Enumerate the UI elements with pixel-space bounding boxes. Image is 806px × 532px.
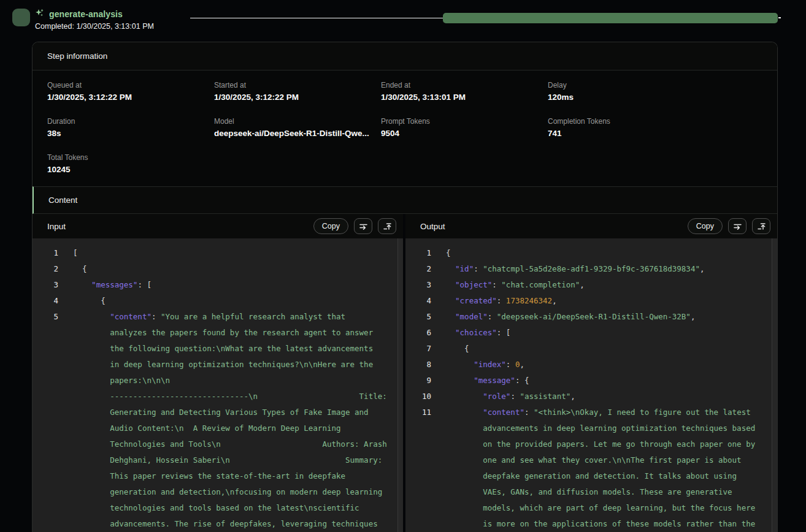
code-line: advancements in deep learning optimizati… bbox=[415, 420, 770, 436]
code-line: generation and detection,\nfocusing on m… bbox=[42, 484, 396, 500]
content-section-title: Content bbox=[48, 196, 77, 205]
output-scrollbar[interactable] bbox=[772, 238, 777, 532]
line-number bbox=[415, 500, 431, 516]
step-information-grid: Queued at 1/30/2025, 3:12:22 PM Started … bbox=[33, 70, 777, 186]
output-copy-button[interactable]: Copy bbox=[688, 218, 723, 234]
output-code-editor[interactable]: 1{2 "id": "chatcmpl-5a5d2e8e-adf1-9329-b… bbox=[405, 238, 777, 532]
field-value: 38s bbox=[47, 129, 214, 138]
line-number: 6 bbox=[415, 325, 431, 341]
line-number: 2 bbox=[415, 261, 431, 277]
timeline-track bbox=[190, 18, 443, 18]
code-line: VAEs, GANs, and diffusion models. These … bbox=[415, 484, 770, 500]
code-line: Generating and Detecting Various Types o… bbox=[42, 405, 396, 420]
field-prompt-tokens: Prompt Tokens 9504 bbox=[381, 117, 548, 138]
wrap-text-icon bbox=[733, 222, 742, 231]
timeline-span-bar[interactable] bbox=[443, 13, 778, 23]
step-information-title: Step information bbox=[47, 51, 107, 61]
input-code-editor[interactable]: 1[2 {3 "messages": [4 {5 "content": "You… bbox=[33, 238, 403, 532]
line-number: 4 bbox=[415, 293, 431, 309]
trace-step-header: generate-analysis Completed: 1/30/2025, … bbox=[0, 0, 806, 37]
output-panel-title: Output bbox=[420, 222, 445, 231]
code-line: one and see what they cover.\n\nThe firs… bbox=[415, 452, 770, 468]
line-number: 10 bbox=[415, 389, 431, 405]
line-number bbox=[42, 357, 58, 373]
line-number: 9 bbox=[415, 373, 431, 389]
code-line: models, which are part of deep learning,… bbox=[415, 500, 770, 516]
field-delay: Delay 120ms bbox=[548, 81, 715, 102]
output-wrap-lines-button[interactable] bbox=[728, 218, 747, 234]
field-total-tokens: Total Tokens 10245 bbox=[47, 153, 214, 174]
line-number bbox=[42, 389, 58, 405]
field-label: Started at bbox=[214, 81, 381, 89]
field-value: 1/30/2025, 3:12:22 PM bbox=[214, 93, 381, 102]
code-line: ------------------------------\n Title: bbox=[42, 389, 396, 405]
input-copy-button[interactable]: Copy bbox=[313, 218, 348, 234]
line-number: 2 bbox=[42, 261, 58, 277]
line-number bbox=[415, 436, 431, 452]
line-number: 1 bbox=[415, 245, 431, 261]
line-number: 5 bbox=[42, 309, 58, 325]
code-line: Dehghani, Hossein Saberi\n Summary: bbox=[42, 452, 396, 468]
input-wrap-lines-button[interactable] bbox=[354, 218, 372, 234]
line-number: 1 bbox=[42, 245, 58, 261]
line-number: 3 bbox=[415, 277, 431, 293]
field-label: Completion Tokens bbox=[548, 117, 715, 126]
code-line: 1{ bbox=[415, 245, 770, 261]
line-number bbox=[415, 516, 431, 532]
line-number bbox=[415, 468, 431, 484]
input-panel: Input Copy 1[2 { bbox=[33, 214, 403, 532]
field-label: Total Tokens bbox=[47, 153, 214, 162]
step-information-header: Step information bbox=[33, 42, 777, 70]
line-number bbox=[415, 420, 431, 436]
field-ended-at: Ended at 1/30/2025, 3:13:01 PM bbox=[381, 81, 548, 102]
code-line: 10 "role": "assistant", bbox=[415, 389, 770, 405]
field-value: 120ms bbox=[548, 93, 715, 102]
output-scroll-top-button[interactable] bbox=[752, 218, 770, 234]
code-line: 3 "object": "chat.completion", bbox=[415, 277, 770, 293]
input-panel-header: Input Copy bbox=[33, 214, 403, 238]
input-scroll-top-button[interactable] bbox=[378, 218, 396, 234]
code-line: on the provided papers. Let me go throug… bbox=[415, 436, 770, 452]
field-label: Duration bbox=[47, 117, 214, 126]
scroll-to-top-icon bbox=[757, 222, 766, 231]
field-label: Prompt Tokens bbox=[381, 117, 548, 126]
sparkles-icon bbox=[35, 8, 45, 20]
code-line: 7 { bbox=[415, 341, 770, 357]
field-label: Queued at bbox=[47, 81, 214, 89]
field-value: 9504 bbox=[381, 129, 548, 138]
code-line: 2 { bbox=[42, 261, 396, 277]
code-line: 2 "id": "chatcmpl-5a5d2e8e-adf1-9329-bf9… bbox=[415, 261, 770, 277]
line-number: 3 bbox=[42, 277, 58, 293]
output-panel-header: Output Copy bbox=[405, 214, 777, 238]
code-line: papers:\n\n\n bbox=[42, 373, 396, 389]
line-number bbox=[42, 420, 58, 436]
content-section-header[interactable]: Content bbox=[33, 186, 777, 214]
line-number bbox=[42, 373, 58, 389]
collapse-step-button[interactable] bbox=[12, 9, 30, 26]
code-line: 4 "created": 1738246342, bbox=[415, 293, 770, 309]
line-number bbox=[42, 452, 58, 468]
code-line: technologies and tools based on the late… bbox=[42, 500, 396, 516]
line-number bbox=[415, 452, 431, 468]
code-line: analyzes the papers found by the researc… bbox=[42, 325, 396, 341]
field-label: Model bbox=[214, 117, 381, 126]
code-line: 5 "content": "You are a helpful research… bbox=[42, 309, 396, 325]
input-scrollbar[interactable] bbox=[397, 238, 403, 532]
code-line: the following question:\nWhat are the la… bbox=[42, 341, 396, 357]
line-number: 7 bbox=[415, 341, 431, 357]
code-line: deepfake generation and detection. It ta… bbox=[415, 468, 770, 484]
field-value: 741 bbox=[548, 129, 715, 138]
timeline-end-tick bbox=[778, 17, 781, 18]
step-name: generate-analysis bbox=[49, 9, 123, 19]
code-line: in deep learning optimization techniques… bbox=[42, 357, 396, 373]
code-line: 11 "content": "<think>\nOkay, I need to … bbox=[415, 405, 770, 420]
code-line: 5 "model": "deepseek-ai/DeepSeek-R1-Dist… bbox=[415, 309, 770, 325]
field-value: 1/30/2025, 3:13:01 PM bbox=[381, 93, 548, 102]
line-number: 8 bbox=[415, 357, 431, 373]
scroll-to-top-icon bbox=[383, 222, 392, 231]
code-line: 9 "message": { bbox=[415, 373, 770, 389]
chevron-down-icon bbox=[18, 14, 25, 21]
field-queued-at: Queued at 1/30/2025, 3:12:22 PM bbox=[47, 81, 214, 102]
code-line: 1[ bbox=[42, 245, 396, 261]
step-detail-panel: Step information Queued at 1/30/2025, 3:… bbox=[32, 42, 778, 532]
